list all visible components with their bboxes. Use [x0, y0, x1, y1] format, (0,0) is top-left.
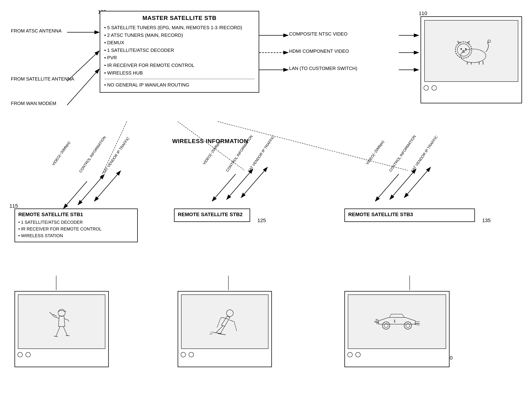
diag-sat-right: SAT VENDOR IP TRAFFIC [410, 135, 439, 173]
svg-line-41 [56, 327, 60, 336]
svg-point-29 [455, 42, 472, 58]
ref-110: 110 [419, 11, 427, 16]
wireless-info-label: WIRELESS INFORMATION [172, 138, 248, 145]
svg-point-33 [488, 40, 490, 43]
master-stb-item-1: 5 SATELLITE TUNERS (EPG, MAIN, REMOTES 1… [104, 24, 255, 32]
diag-video-left: VIDEO(~20Mbps) [51, 140, 71, 166]
tv-120-btn-2 [25, 352, 31, 357]
tv-110 [420, 16, 522, 103]
lion-icon [451, 37, 491, 64]
tv-130 [178, 291, 272, 367]
master-stb-item-extra: NO GENERAL IP WAN/LAN ROUTING [104, 81, 255, 89]
remote-stb2-box: REMOTE SATELLITE STB2 [174, 209, 250, 222]
svg-line-5 [67, 69, 99, 105]
remote-stb1-item-2: IR RECEIVER FOR REMOTE CONTROL [18, 226, 134, 232]
remote-stb1-item-1: 1 SATELLITE/ATSC DECODER [18, 219, 134, 226]
svg-line-20 [404, 171, 428, 198]
svg-point-30 [460, 48, 462, 50]
svg-line-19 [390, 172, 413, 199]
svg-line-34 [467, 62, 467, 64]
svg-line-36 [479, 62, 479, 64]
svg-line-53 [376, 323, 379, 323]
ref-135: 135 [482, 218, 491, 223]
output-hdmi-label: HDMI COMPONENT VIDEO [289, 48, 349, 54]
ref-115: 115 [9, 203, 18, 209]
skier-icon [208, 307, 242, 336]
tv-120-buttons [15, 350, 108, 359]
tv-140-btn-2 [355, 352, 361, 357]
master-stb-item-5: PVR [104, 54, 255, 62]
diag-video-right: VIDEO(~20Mbps) [365, 140, 385, 165]
svg-line-47 [220, 326, 225, 334]
svg-line-54 [376, 323, 379, 324]
master-stb-item-2: 2 ATSC TUNERS (MAIN, RECORD) [104, 32, 255, 39]
remote-stb3-box: REMOTE SATELLITE STB3 [344, 209, 475, 222]
tv-110-buttons [421, 84, 521, 92]
diag-sat-center: SAT VENDOR IP TRAFFIC [247, 135, 276, 173]
master-stb-item-6: IR RECEIVER FOR REMOTE CONTROL [104, 62, 255, 69]
svg-line-44 [217, 318, 221, 328]
svg-line-12 [63, 181, 87, 209]
svg-line-46 [216, 326, 223, 333]
tv-140: 1 [344, 291, 450, 367]
tv-130-screen [181, 294, 268, 349]
svg-point-32 [462, 50, 465, 52]
svg-point-48 [382, 322, 390, 329]
svg-line-45 [234, 322, 237, 331]
tv-120 [14, 291, 109, 367]
master-stb-item-7: WIRELESS HUB [104, 69, 255, 77]
tv-110-btn-1 [424, 85, 429, 90]
output-lan-label: LAN (TO CUSTOMER SWITCH) [289, 66, 357, 71]
tv-130-buttons [178, 350, 271, 359]
svg-point-28 [457, 44, 470, 56]
race-car-icon: 1 [374, 311, 420, 333]
tv-140-btn-1 [348, 352, 353, 357]
ref-125: 125 [257, 218, 266, 223]
svg-line-37 [483, 61, 483, 64]
diag-control-right: CONTROL INFORMATION [388, 134, 417, 173]
master-stb-title: MASTER SATELLITE STB [104, 15, 255, 21]
tv-130-btn-1 [181, 352, 186, 357]
svg-line-16 [227, 172, 250, 199]
svg-point-43 [226, 310, 233, 317]
svg-point-50 [404, 322, 412, 329]
tv-130-btn-2 [189, 352, 194, 357]
input-atsc-label: FROM ATSC ANTENNA [11, 28, 62, 34]
master-stb-item-4: 1 SATELLITE/ATSC DECODER [104, 47, 255, 54]
tv-120-screen [18, 294, 105, 349]
svg-line-17 [241, 171, 265, 198]
remote-stb1-box: REMOTE SATELLITE STB1 1 SATELLITE/ATSC D… [14, 209, 138, 242]
svg-line-13 [78, 178, 101, 205]
master-stb-box: MASTER SATELLITE STB 5 SATELLITE TUNERS … [100, 11, 259, 93]
master-stb-item-3: DEMUX [104, 39, 255, 47]
tv-120-btn-1 [18, 352, 23, 357]
tv-140-buttons [345, 350, 449, 359]
master-stb-list: 5 SATELLITE TUNERS (EPG, MAIN, REMOTES 1… [104, 24, 255, 77]
remote-stb1-list: 1 SATELLITE/ATSC DECODER IR RECEIVER FOR… [18, 219, 134, 239]
diag-sat-left: SAT VENDOR IP TRAFFIC [102, 136, 131, 174]
tv-110-screen [424, 20, 518, 82]
svg-line-15 [212, 174, 236, 201]
tv-110-btn-2 [431, 85, 437, 90]
remote-stb2-title: REMOTE SATELLITE STB2 [178, 212, 246, 217]
diagram-container: 105 MASTER SATELLITE STB 5 SATELLITE TUN… [0, 0, 532, 400]
svg-line-18 [375, 174, 399, 201]
remote-stb3-title: REMOTE SATELLITE STB3 [348, 212, 471, 217]
baseball-player-icon [47, 305, 76, 339]
svg-line-14 [94, 174, 118, 201]
remote-stb1-title: REMOTE SATELLITE STB1 [18, 212, 134, 217]
svg-text:1: 1 [394, 319, 396, 323]
output-ntsc-label: COMPOSITE NTSC VIDEO [289, 31, 348, 37]
input-wan-label: FROM WAN MODEM [11, 101, 56, 106]
diag-control-left: CONTROL INFORMATION [78, 135, 107, 173]
svg-line-42 [63, 327, 67, 336]
tv-140-screen: 1 [348, 294, 446, 349]
input-satellite-label: FROM SATELLITE ANTENNA [11, 76, 74, 82]
svg-point-31 [465, 48, 467, 50]
svg-line-39 [64, 311, 67, 312]
remote-stb1-item-3: WIRELESS STATION [18, 232, 134, 239]
svg-line-40 [50, 312, 53, 315]
